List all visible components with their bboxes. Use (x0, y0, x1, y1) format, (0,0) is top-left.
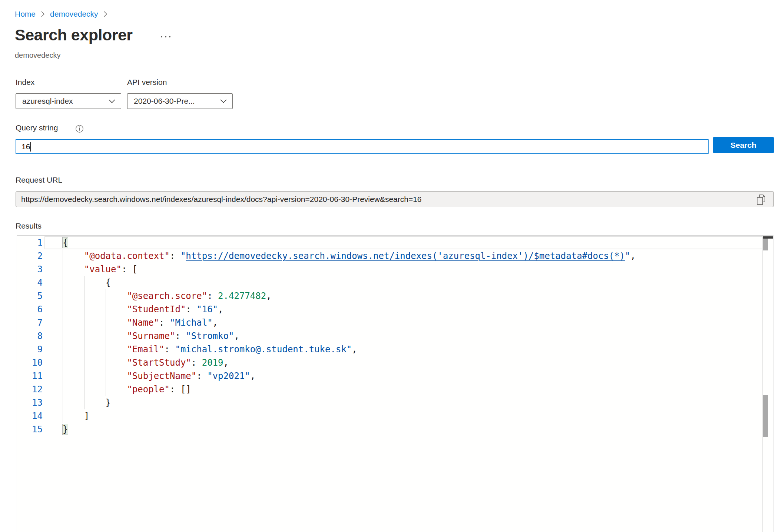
code-text: "@odata.context": "https://demovedecky.s… (43, 249, 636, 263)
line-number: 14 (17, 409, 43, 423)
code-line[interactable]: 10 "StartStudy": 2019, (17, 356, 762, 369)
chevron-down-icon (108, 99, 116, 103)
chevron-right-icon (41, 11, 45, 17)
code-text: "SubjectName": "vp2021", (43, 369, 255, 383)
code-line[interactable]: 9 "Email": "michal.stromko@.student.tuke… (17, 343, 762, 356)
line-number: 8 (17, 329, 43, 343)
line-number: 15 (17, 423, 43, 436)
code-text: "Email": "michal.stromko@.student.tuke.s… (43, 343, 357, 356)
code-text: ] (43, 409, 89, 423)
line-number: 7 (17, 316, 43, 329)
line-number: 4 (17, 276, 43, 289)
code-text: "value": [ (43, 263, 137, 276)
line-number: 12 (17, 383, 43, 396)
code-text: "Surname": "Stromko", (43, 329, 239, 343)
line-number: 9 (17, 343, 43, 356)
code-text: "@search.score": 2.4277482, (43, 289, 272, 303)
code-lines[interactable]: 1{2 "@odata.context": "https://demovedec… (17, 236, 762, 436)
request-url-field[interactable]: https://demovedecky.search.windows.net/i… (16, 191, 774, 207)
code-line[interactable]: 15} (17, 423, 762, 436)
scrollbar-thumb[interactable] (763, 239, 768, 250)
chevron-right-icon (103, 11, 107, 17)
code-line[interactable]: 2 "@odata.context": "https://demovedecky… (17, 249, 762, 263)
breadcrumb-link-home[interactable]: Home (15, 10, 36, 19)
code-text: } (43, 423, 68, 436)
editor-scrollbar (762, 236, 773, 532)
results-json-editor[interactable]: 1{2 "@odata.context": "https://demovedec… (17, 235, 773, 532)
info-icon[interactable] (75, 124, 84, 133)
odata-context-link[interactable]: https://demovedecky.search.windows.net/i… (186, 251, 625, 261)
line-number: 11 (17, 369, 43, 383)
code-line[interactable]: 1{ (17, 236, 762, 249)
code-text: "people": [] (43, 383, 191, 396)
code-text: "StartStudy": 2019, (43, 356, 229, 369)
search-button[interactable]: Search (713, 137, 774, 153)
code-line[interactable]: 5 "@search.score": 2.4277482, (17, 289, 762, 303)
page-subtitle: demovedecky (15, 51, 60, 60)
line-number: 13 (17, 396, 43, 409)
breadcrumb: Home demovedecky (15, 10, 107, 19)
code-line[interactable]: 14 ] (17, 409, 762, 423)
code-line[interactable]: 12 "people": [] (17, 383, 762, 396)
code-line[interactable]: 4 { (17, 276, 762, 289)
api-version-dropdown[interactable]: 2020-06-30-Pre... (127, 93, 233, 109)
code-line[interactable]: 6 "StudentId": "16", (17, 303, 762, 316)
scrollbar-thumb[interactable] (763, 395, 768, 437)
query-string-label: Query string (16, 123, 58, 132)
code-line[interactable]: 8 "Surname": "Stromko", (17, 329, 762, 343)
code-text: { (43, 236, 68, 249)
code-text: } (43, 396, 111, 409)
index-label: Index (16, 78, 34, 87)
results-label: Results (16, 222, 42, 230)
breadcrumb-link-demovedecky[interactable]: demovedecky (50, 10, 98, 19)
code-line[interactable]: 7 "Name": "Michal", (17, 316, 762, 329)
line-number: 5 (17, 289, 43, 303)
code-text: "Name": "Michal", (43, 316, 218, 329)
index-dropdown[interactable]: azuresql-index (16, 93, 121, 109)
code-line[interactable]: 11 "SubjectName": "vp2021", (17, 369, 762, 383)
line-number: 2 (17, 249, 43, 263)
line-number: 6 (17, 303, 43, 316)
request-url-value: https://demovedecky.search.windows.net/i… (21, 195, 422, 204)
request-url-label: Request URL (16, 176, 62, 184)
line-number: 1 (17, 236, 43, 249)
more-options-icon[interactable] (161, 36, 170, 37)
page-title: Search explorer (15, 26, 133, 44)
api-version-label: API version (127, 78, 167, 87)
index-dropdown-value: azuresql-index (22, 97, 73, 106)
copy-icon[interactable] (756, 194, 766, 205)
chevron-down-icon (220, 99, 227, 103)
code-line[interactable]: 3 "value": [ (17, 263, 762, 276)
code-text: { (43, 276, 111, 289)
code-line[interactable]: 13 } (17, 396, 762, 409)
query-string-input[interactable]: 16 (16, 139, 709, 154)
code-text: "StudentId": "16", (43, 303, 223, 316)
query-string-value: 16 (21, 142, 30, 151)
line-number: 10 (17, 356, 43, 369)
text-cursor (30, 142, 31, 152)
api-version-dropdown-value: 2020-06-30-Pre... (134, 97, 195, 106)
line-number: 3 (17, 263, 43, 276)
